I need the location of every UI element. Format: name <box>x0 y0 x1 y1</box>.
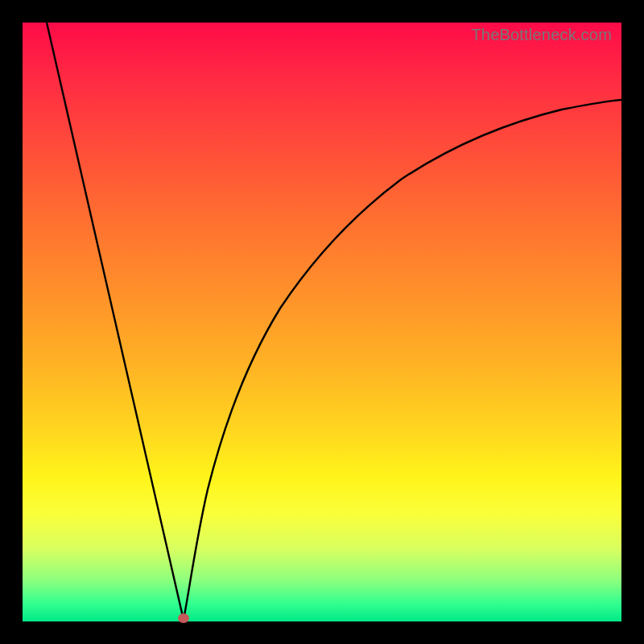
left-line-path <box>47 23 184 620</box>
watermark-text: TheBottleneck.com <box>471 26 612 44</box>
minimum-marker <box>178 613 189 623</box>
curve-svg <box>23 23 621 621</box>
plot-area: TheBottleneck.com <box>23 23 621 621</box>
chart-frame: TheBottleneck.com <box>0 0 644 644</box>
right-curve-path <box>184 100 621 620</box>
